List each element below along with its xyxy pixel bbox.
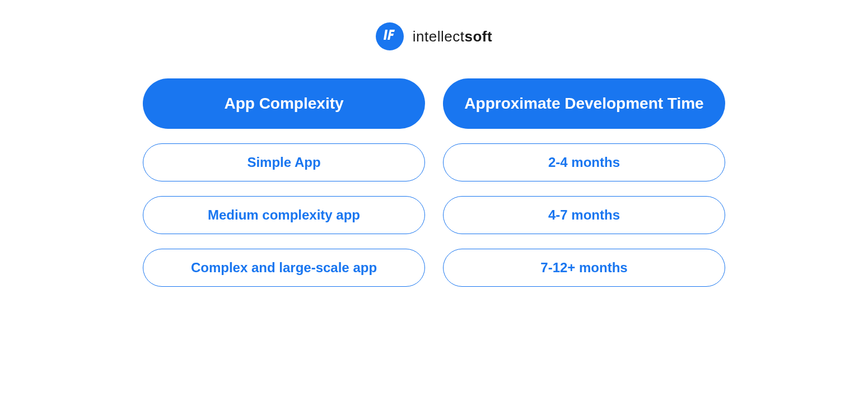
- table-cell-complexity: Complex and large-scale app: [143, 249, 425, 287]
- logo-text-bold: soft: [464, 28, 492, 45]
- logo-mark: [382, 27, 396, 46]
- logo-text-normal: intellect: [413, 28, 465, 45]
- main-container: intellectsoft App Complexity Approximate…: [76, 22, 792, 287]
- table-cell-time: 2-4 months: [443, 143, 725, 181]
- logo-text: intellectsoft: [413, 28, 492, 45]
- header-time: Approximate Development Time: [443, 78, 725, 129]
- table-cell-complexity: Medium complexity app: [143, 196, 425, 234]
- table-cell-complexity: Simple App: [143, 143, 425, 181]
- logo-icon: [376, 22, 404, 50]
- comparison-table: App Complexity Approximate Development T…: [143, 78, 725, 287]
- table-cell-time: 7-12+ months: [443, 249, 725, 287]
- header-complexity: App Complexity: [143, 78, 425, 129]
- table-cell-time: 4-7 months: [443, 196, 725, 234]
- logo: intellectsoft: [143, 22, 725, 50]
